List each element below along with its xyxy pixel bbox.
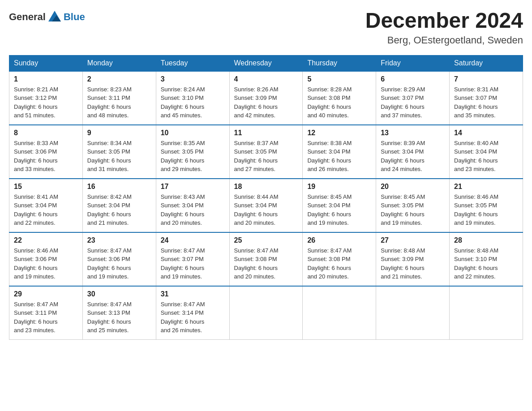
weekday-header-wednesday: Wednesday: [229, 55, 303, 71]
day-number: 28: [454, 236, 518, 244]
day-cell: 4Sunrise: 8:26 AMSunset: 3:09 PMDaylight…: [229, 71, 303, 125]
day-cell: 30Sunrise: 8:47 AMSunset: 3:13 PMDayligh…: [82, 286, 156, 340]
week-row-1: 1Sunrise: 8:21 AMSunset: 3:12 PMDaylight…: [9, 71, 523, 125]
day-number: 25: [234, 236, 298, 244]
day-cell: 1Sunrise: 8:21 AMSunset: 3:12 PMDaylight…: [9, 71, 83, 125]
day-number: 30: [87, 290, 151, 298]
weekday-header-tuesday: Tuesday: [156, 55, 229, 71]
day-info: Sunrise: 8:38 AMSunset: 3:04 PMDaylight:…: [307, 139, 371, 174]
day-number: 24: [161, 236, 225, 244]
day-info: Sunrise: 8:28 AMSunset: 3:08 PMDaylight:…: [307, 85, 371, 120]
day-number: 8: [14, 129, 78, 137]
calendar-table: SundayMondayTuesdayWednesdayThursdayFrid…: [9, 55, 523, 340]
day-info: Sunrise: 8:26 AMSunset: 3:09 PMDaylight:…: [234, 85, 298, 120]
day-number: 3: [161, 75, 225, 83]
day-cell: 5Sunrise: 8:28 AMSunset: 3:08 PMDaylight…: [303, 71, 376, 125]
day-cell: 12Sunrise: 8:38 AMSunset: 3:04 PMDayligh…: [303, 125, 376, 179]
day-info: Sunrise: 8:46 AMSunset: 3:06 PMDaylight:…: [14, 246, 78, 281]
day-cell: 24Sunrise: 8:47 AMSunset: 3:07 PMDayligh…: [156, 232, 229, 286]
day-cell: 18Sunrise: 8:44 AMSunset: 3:04 PMDayligh…: [229, 179, 303, 232]
day-number: 22: [14, 236, 78, 244]
day-cell: 16Sunrise: 8:42 AMSunset: 3:04 PMDayligh…: [82, 179, 156, 232]
day-cell: 23Sunrise: 8:47 AMSunset: 3:06 PMDayligh…: [82, 232, 156, 286]
day-number: 29: [14, 290, 78, 298]
day-number: 10: [161, 129, 225, 137]
day-cell: 31Sunrise: 8:47 AMSunset: 3:14 PMDayligh…: [156, 286, 229, 340]
day-cell: 17Sunrise: 8:43 AMSunset: 3:04 PMDayligh…: [156, 179, 229, 232]
day-info: Sunrise: 8:39 AMSunset: 3:04 PMDaylight:…: [381, 139, 445, 174]
day-cell: 8Sunrise: 8:33 AMSunset: 3:06 PMDaylight…: [9, 125, 83, 179]
week-row-5: 29Sunrise: 8:47 AMSunset: 3:11 PMDayligh…: [9, 286, 523, 340]
day-cell: 14Sunrise: 8:40 AMSunset: 3:04 PMDayligh…: [450, 125, 523, 179]
day-cell: 15Sunrise: 8:41 AMSunset: 3:04 PMDayligh…: [9, 179, 83, 232]
day-number: 16: [87, 183, 151, 191]
day-info: Sunrise: 8:48 AMSunset: 3:10 PMDaylight:…: [454, 246, 518, 281]
day-number: 20: [381, 183, 445, 191]
day-number: 11: [234, 129, 298, 137]
day-number: 5: [307, 75, 371, 83]
day-number: 1: [14, 75, 78, 83]
day-number: 4: [234, 75, 298, 83]
day-info: Sunrise: 8:37 AMSunset: 3:05 PMDaylight:…: [234, 139, 298, 174]
day-number: 7: [454, 75, 518, 83]
day-number: 27: [381, 236, 445, 244]
day-cell: 22Sunrise: 8:46 AMSunset: 3:06 PMDayligh…: [9, 232, 83, 286]
day-cell: 2Sunrise: 8:23 AMSunset: 3:11 PMDaylight…: [82, 71, 156, 125]
day-info: Sunrise: 8:40 AMSunset: 3:04 PMDaylight:…: [454, 139, 518, 174]
weekday-header-thursday: Thursday: [303, 55, 376, 71]
day-number: 13: [381, 129, 445, 137]
day-info: Sunrise: 8:47 AMSunset: 3:08 PMDaylight:…: [307, 246, 371, 281]
weekday-header-row: SundayMondayTuesdayWednesdayThursdayFrid…: [9, 55, 523, 71]
day-info: Sunrise: 8:47 AMSunset: 3:08 PMDaylight:…: [234, 246, 298, 281]
day-number: 14: [454, 129, 518, 137]
day-number: 23: [87, 236, 151, 244]
day-number: 9: [87, 129, 151, 137]
day-cell: 27Sunrise: 8:48 AMSunset: 3:09 PMDayligh…: [376, 232, 450, 286]
day-info: Sunrise: 8:41 AMSunset: 3:04 PMDaylight:…: [14, 193, 78, 227]
logo: General Blue: [9, 9, 85, 25]
day-info: Sunrise: 8:47 AMSunset: 3:13 PMDaylight:…: [87, 300, 151, 335]
day-cell: 11Sunrise: 8:37 AMSunset: 3:05 PMDayligh…: [229, 125, 303, 179]
weekday-header-friday: Friday: [376, 55, 450, 71]
week-row-2: 8Sunrise: 8:33 AMSunset: 3:06 PMDaylight…: [9, 125, 523, 179]
logo-general-text: General: [9, 11, 46, 23]
day-cell: 29Sunrise: 8:47 AMSunset: 3:11 PMDayligh…: [9, 286, 83, 340]
day-number: 12: [307, 129, 371, 137]
week-row-3: 15Sunrise: 8:41 AMSunset: 3:04 PMDayligh…: [9, 179, 523, 232]
month-title: December 2024: [365, 9, 523, 33]
day-info: Sunrise: 8:34 AMSunset: 3:05 PMDaylight:…: [87, 139, 151, 174]
day-info: Sunrise: 8:45 AMSunset: 3:05 PMDaylight:…: [381, 193, 445, 227]
day-number: 6: [381, 75, 445, 83]
day-cell: 6Sunrise: 8:29 AMSunset: 3:07 PMDaylight…: [376, 71, 450, 125]
day-number: 2: [87, 75, 151, 83]
day-number: 18: [234, 183, 298, 191]
day-cell: 7Sunrise: 8:31 AMSunset: 3:07 PMDaylight…: [450, 71, 523, 125]
day-cell: 21Sunrise: 8:46 AMSunset: 3:05 PMDayligh…: [450, 179, 523, 232]
day-info: Sunrise: 8:47 AMSunset: 3:14 PMDaylight:…: [161, 300, 225, 335]
day-info: Sunrise: 8:24 AMSunset: 3:10 PMDaylight:…: [161, 85, 225, 120]
day-cell: [450, 286, 523, 340]
day-info: Sunrise: 8:29 AMSunset: 3:07 PMDaylight:…: [381, 85, 445, 120]
day-number: 21: [454, 183, 518, 191]
day-info: Sunrise: 8:23 AMSunset: 3:11 PMDaylight:…: [87, 85, 151, 120]
day-info: Sunrise: 8:42 AMSunset: 3:04 PMDaylight:…: [87, 193, 151, 227]
day-cell: [376, 286, 450, 340]
day-cell: 28Sunrise: 8:48 AMSunset: 3:10 PMDayligh…: [450, 232, 523, 286]
weekday-header-saturday: Saturday: [450, 55, 523, 71]
day-cell: 9Sunrise: 8:34 AMSunset: 3:05 PMDaylight…: [82, 125, 156, 179]
week-row-4: 22Sunrise: 8:46 AMSunset: 3:06 PMDayligh…: [9, 232, 523, 286]
weekday-header-sunday: Sunday: [9, 55, 83, 71]
page-header: General Blue December 2024 Berg, OEsterg…: [9, 9, 523, 46]
day-info: Sunrise: 8:21 AMSunset: 3:12 PMDaylight:…: [14, 85, 78, 120]
day-number: 17: [161, 183, 225, 191]
day-number: 26: [307, 236, 371, 244]
title-area: December 2024 Berg, OEstergoetland, Swed…: [365, 9, 523, 46]
day-info: Sunrise: 8:33 AMSunset: 3:06 PMDaylight:…: [14, 139, 78, 174]
logo-blue-text: Blue: [64, 11, 85, 23]
day-info: Sunrise: 8:43 AMSunset: 3:04 PMDaylight:…: [161, 193, 225, 227]
day-info: Sunrise: 8:47 AMSunset: 3:06 PMDaylight:…: [87, 246, 151, 281]
weekday-header-monday: Monday: [82, 55, 156, 71]
day-info: Sunrise: 8:31 AMSunset: 3:07 PMDaylight:…: [454, 85, 518, 120]
day-info: Sunrise: 8:35 AMSunset: 3:05 PMDaylight:…: [161, 139, 225, 174]
day-number: 19: [307, 183, 371, 191]
